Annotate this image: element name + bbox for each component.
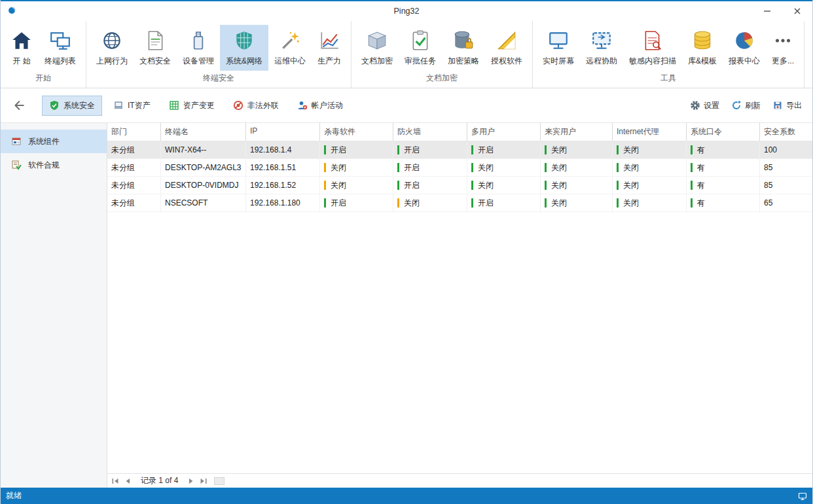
column-header[interactable]: 安全系数 (759, 123, 812, 141)
table-row[interactable]: 未分组WIN7-X64--192.168.1.4开启开启开启关闭关闭有100 (107, 141, 812, 159)
it-asset-icon (113, 100, 124, 111)
table-cell: 关闭 (612, 177, 686, 194)
table-cell: DESKTOP-AM2AGL3 (160, 159, 245, 176)
tab-asset-change[interactable]: 资产变更 (162, 96, 221, 115)
ribbon-group-label: 开始 (1, 71, 86, 88)
table-cell: 有 (686, 141, 759, 158)
status-bar (397, 145, 399, 154)
ribbon-button-web-behavior[interactable]: 上网行为 (90, 25, 134, 71)
action-settings-button[interactable]: 设置 (690, 100, 719, 111)
ribbon-button-report-center[interactable]: 报表中心 (723, 25, 766, 71)
ribbon-button-licensed-software[interactable]: 授权软件 (485, 25, 528, 71)
ribbon-button-library-template[interactable]: 库&模板 (682, 25, 723, 71)
close-button[interactable] (782, 1, 812, 21)
column-header[interactable]: 终端名 (160, 123, 245, 141)
toolbar-actions: 设置刷新导出 (690, 100, 802, 111)
status-bar (691, 198, 693, 207)
ribbon-button-device-mgmt[interactable]: 设备管理 (177, 25, 220, 71)
tab-label: 帐户活动 (312, 100, 343, 111)
pg-prev-icon (124, 477, 132, 485)
table-cell: 关闭 (393, 194, 467, 211)
status-bar (324, 198, 326, 207)
cell-text: 192.168.1.52 (250, 181, 296, 190)
status-bar (617, 198, 619, 207)
minimize-button[interactable] (752, 1, 782, 21)
action-refresh-button[interactable]: 刷新 (731, 100, 761, 111)
column-header[interactable]: IP (245, 123, 319, 141)
ribbon-button-realtime-screen[interactable]: 实时屏幕 (537, 25, 580, 71)
ribbon-button-sensitive-scan[interactable]: 敏感内容扫描 (623, 25, 682, 71)
table-cell: 有 (686, 177, 759, 194)
ribbon-button-label: 系统&网络 (226, 56, 262, 67)
pager-next-button[interactable] (187, 477, 195, 485)
column-header[interactable]: 多用户 (467, 123, 540, 141)
table-cell: 关闭 (540, 177, 612, 194)
ribbon-button-ops-center[interactable]: 运维中心 (268, 25, 312, 71)
ribbon-button-home[interactable]: 开 始 (5, 25, 39, 71)
web-behavior-icon (101, 29, 123, 52)
tab-account-activity[interactable]: 帐户活动 (291, 96, 350, 115)
ribbon-group: 上网行为文档安全设备管理系统&网络运维中心生产力终端安全 (86, 21, 352, 88)
ribbon-button-productivity[interactable]: 生产力 (312, 25, 347, 71)
minimize-icon (763, 7, 771, 15)
ribbon-button-label: 授权软件 (491, 56, 522, 67)
statusbar-tray-button[interactable] (798, 492, 807, 501)
ribbon-button-approval-task[interactable]: 审批任务 (399, 25, 442, 71)
column-header[interactable]: 来宾用户 (540, 123, 612, 141)
column-header[interactable]: 系统口令 (686, 123, 759, 141)
ribbon-button-label: 终端列表 (45, 56, 76, 67)
pg-first-icon (111, 477, 119, 485)
h-scrollbar-thumb[interactable] (214, 477, 225, 485)
tab-it-asset[interactable]: IT资产 (107, 96, 157, 115)
column-header[interactable]: 部门 (107, 123, 160, 141)
ribbon-button-doc-encrypt[interactable]: 文档加密 (355, 25, 399, 71)
cell-text: 关闭 (478, 180, 494, 191)
ribbon-button-label: 更多... (772, 56, 794, 67)
column-header[interactable]: 防火墙 (393, 123, 467, 141)
action-export-button[interactable]: 导出 (772, 100, 802, 111)
ribbon: 开 始终端列表开始上网行为文档安全设备管理系统&网络运维中心生产力终端安全文档加… (1, 21, 812, 88)
ribbon-button-more[interactable]: 更多... (766, 25, 800, 71)
ribbon-button-doc-security[interactable]: 文档安全 (134, 25, 177, 71)
table-cell: 开启 (319, 141, 393, 158)
table-row[interactable]: 未分组DESKTOP-0VIDMDJ192.168.1.52关闭开启关闭关闭关闭… (107, 177, 812, 194)
pager-buttons-after (187, 477, 208, 485)
app-logo (7, 6, 16, 17)
table-cell: WIN7-X64-- (160, 141, 245, 158)
column-header[interactable]: Internet代理 (612, 123, 686, 141)
action-label: 设置 (704, 100, 719, 111)
tab-label: 资产变更 (183, 100, 215, 111)
sidebar-item-software-compliance[interactable]: 软件合规 (1, 153, 107, 177)
tab-illegal-external[interactable]: 非法外联 (226, 96, 285, 115)
tab-label: IT资产 (128, 100, 151, 111)
pager-last-button[interactable] (200, 477, 208, 485)
sidebar-item-system-components[interactable]: 系统组件 (1, 130, 107, 153)
ribbon-button-label: 文档安全 (139, 56, 171, 67)
cell-text: 65 (764, 198, 772, 207)
status-bar (691, 163, 693, 172)
cell-text: 关闭 (623, 180, 639, 191)
cell-text: 关闭 (551, 198, 567, 209)
table-row[interactable]: 未分组NSECSOFT192.168.1.180开启关闭开启关闭关闭有65 (107, 194, 812, 212)
ribbon-button-remote-assist[interactable]: 远程协助 (580, 25, 623, 71)
table-cell: NSECSOFT (160, 194, 245, 211)
status-bar (471, 163, 473, 172)
pager-prev-button[interactable] (124, 477, 132, 485)
ribbon-button-terminal-list[interactable]: 终端列表 (39, 25, 82, 71)
pg-next-icon (187, 477, 195, 485)
ribbon-button-system-settings[interactable]: 系统设置 (808, 25, 813, 71)
sensitive-scan-icon (641, 29, 664, 52)
status-bar (397, 181, 399, 190)
window-title: Ping32 (1, 7, 812, 16)
cell-text: WIN7-X64-- (165, 145, 206, 154)
ribbon-button-encrypt-policy[interactable]: 加密策略 (442, 25, 485, 71)
ribbon-group: 系统设置关 于其他 (804, 21, 813, 88)
pager-first-button[interactable] (111, 477, 119, 485)
cell-text: 开启 (331, 145, 346, 156)
table-row[interactable]: 未分组DESKTOP-AM2AGL3192.168.1.51关闭开启关闭关闭关闭… (107, 159, 812, 177)
column-header[interactable]: 杀毒软件 (319, 123, 393, 141)
table-cell: 关闭 (467, 159, 540, 176)
back-button[interactable] (11, 98, 26, 113)
tab-system-security[interactable]: 系统安全 (43, 96, 101, 115)
ribbon-button-system-network[interactable]: 系统&网络 (220, 25, 268, 71)
